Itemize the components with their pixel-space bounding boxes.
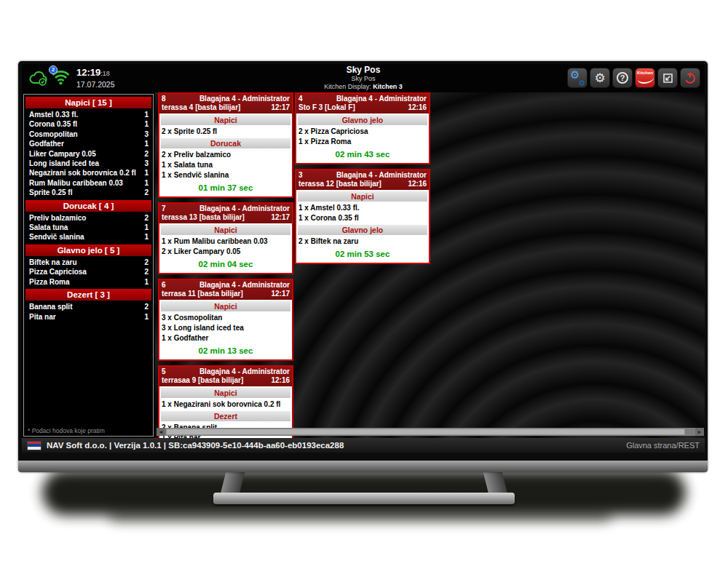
app-title-block: Sky Pos Sky Pos Kitchen Display: Kitchen… [324,66,403,92]
serbia-flag-icon [27,441,41,450]
ticket-table: terrasaa 9 [basta bilijar] [162,376,243,385]
app-subtitle: Sky Pos [324,75,403,84]
help-button[interactable]: ? [612,68,633,88]
ticket-table: Sto F 3 [Lokal F] [298,103,355,112]
page: 2 12:19:18 17.07.2025 Sky Pos Sky Pos Ki… [0,0,728,577]
ticket-body: Glavno jelo2 x Pizza Capriciosa1 x Pizza… [296,115,429,147]
category-item: Rum Malibu caribbean 0.031 [24,178,153,188]
ticket-header: 3 Blagajna 4 - Administrator terassa 12 … [296,170,429,190]
ticket-cashier: Blagajna 4 - Administrator [336,171,427,180]
ticket-elapsed: 02 min 04 sec [159,257,292,273]
ticket-section-header: Napici [161,388,290,398]
ticket-item: 2 x Sprite 0.25 fl [159,127,292,137]
power-button[interactable] [680,68,700,88]
order-ticket[interactable]: 3 Blagajna 4 - Administrator terassa 12 … [295,169,430,264]
ticket-elapsed: 02 min 43 sec [296,147,429,163]
tv-bottom-edge [18,461,708,472]
item-qty: 2 [144,213,149,223]
ticket-column-1: 8 Blagajna 4 - Administrator terassa 4 [… [158,92,293,453]
category-section: Glavno jelo [ 5 ] Biftek na zaru2Pizza C… [24,244,153,287]
ticket-item: 2 x Biftek na zaru [296,236,429,247]
category-item: Pita nar1 [24,312,153,322]
order-ticket[interactable]: 4 Blagajna 4 - Administrator Sto F 3 [Lo… [295,92,430,164]
app-title: Sky Pos [324,66,403,75]
status-bar: NAV Soft d.o.o. | Verzija 1.0.1 | SB:ca9… [22,438,705,453]
cloud-sync-icon [28,70,50,87]
wifi-badge: 2 [49,65,58,74]
horizontal-scrollbar[interactable]: ◄ ► [157,428,704,436]
ticket-header: 6 Blagajna 4 - Administrator terrasa 11 … [159,280,292,300]
scroll-right-arrow[interactable]: ► [695,428,704,436]
connection-status: 2 12:19:18 17.07.2025 [28,67,115,89]
item-qty: 1 [144,312,149,322]
category-header: Dorucak [ 4 ] [25,200,151,212]
ticket-time: 12:16 [271,376,290,385]
version-info: NAV Soft d.o.o. | Verzija 1.0.1 | SB:ca9… [47,441,344,450]
ticket-cashier: Blagajna 4 - Administrator [199,95,290,103]
ticket-header: 7 Blagajna 4 - Administrator terassa 13 … [159,204,292,223]
exit-arrow-icon [662,72,674,84]
ticket-table: terrasa 11 [basta bilijar] [162,290,243,298]
tv-shadow-soft [109,509,612,521]
category-item: Banana split2 [24,302,153,311]
scrollbar-thumb[interactable] [166,429,685,435]
sync-button[interactable]: ⚙ ⚙ [567,68,587,88]
category-section: Dezert [ 3 ] Banana split2Pita nar1 [24,289,153,322]
ticket-section-header: Napici [161,225,290,235]
ticket-section-header: Dezert [161,411,290,421]
summary-sidebar: Napici [ 15 ] Amstel 0.33 fl.1Corona 0.3… [23,94,154,437]
item-qty: 2 [144,188,149,197]
settings-button[interactable]: ⚙ [590,68,610,88]
ticket-item: 2 x Pizza Capriciosa [296,127,429,137]
item-name: Biftek na zaru [29,258,77,267]
order-ticket[interactable]: 8 Blagajna 4 - Administrator terassa 4 [… [158,92,293,198]
category-section: Dorucak [ 4 ] Preliv balzamico2Salata tu… [24,200,153,242]
ticket-section-header: Napici [298,191,427,202]
kitchen-icon: Kitchen [636,71,654,75]
ticket-number: 7 [162,204,166,213]
toolbar: ⚙ ⚙ ⚙ ? Kitchen [567,68,700,88]
order-ticket[interactable]: 6 Blagajna 4 - Administrator terrasa 11 … [158,279,293,361]
clock: 12:19:18 17.07.2025 [76,67,115,89]
item-name: Amstel 0.33 fl. [29,110,78,119]
ticket-cashier: Blagajna 4 - Administrator [336,95,427,103]
category-item: Long island iced tea3 [24,159,153,168]
scrollbar-track[interactable] [165,428,695,436]
item-qty: 1 [144,139,149,148]
order-ticket[interactable]: 7 Blagajna 4 - Administrator terassa 13 … [158,202,293,274]
item-name: Long island iced tea [29,159,99,168]
item-qty: 2 [144,267,149,276]
ticket-header: 5 Blagajna 4 - Administrator terrasaa 9 … [159,367,292,386]
item-qty: 2 [144,302,149,311]
ticket-time: 12:17 [271,103,290,112]
ticket-section-header: Napici [161,301,290,311]
ticket-item: 3 x Cosmopolitan [159,313,292,323]
ticket-column-2: 4 Blagajna 4 - Administrator Sto F 3 [Lo… [295,92,430,264]
ticket-time: 12:16 [408,103,427,112]
item-name: Rum Malibu caribbean 0.03 [29,178,123,188]
ticket-item: 2 x Preliv balzamico [159,150,292,160]
sidebar-sections: Napici [ 15 ] Amstel 0.33 fl.1Corona 0.3… [24,97,153,322]
kitchen-display-label: Kitchen Display: [324,83,371,90]
item-name: Pizza Capriciosa [29,267,87,276]
category-item: Sprite 0.25 fl2 [24,188,153,197]
category-item: Biftek na zaru2 [24,258,153,267]
category-item: Godfather1 [24,139,153,148]
ticket-item: 1 x Sendvič slanina [159,170,292,180]
item-qty: 1 [144,110,149,119]
tv-stand-base [213,493,515,504]
top-bar: 2 12:19:18 17.07.2025 Sky Pos Sky Pos Ki… [22,64,705,92]
item-name: Preliv balzamico [29,213,86,223]
item-qty: 1 [144,119,149,129]
ticket-time: 12:17 [271,290,290,298]
kitchen-app-button[interactable]: Kitchen [635,68,655,88]
item-name: Salata tuna [29,223,68,232]
sync-gears-icon-small: ⚙ [578,79,585,87]
item-qty: 1 [144,223,149,232]
wifi-icon: 2 [51,68,71,88]
ticket-elapsed: 02 min 13 sec [159,343,292,359]
scroll-left-arrow[interactable]: ◄ [157,428,165,436]
minimize-button[interactable] [657,68,678,88]
ticket-table: terassa 12 [basta bilijar] [298,180,381,188]
category-header: Dezert [ 3 ] [25,289,151,301]
